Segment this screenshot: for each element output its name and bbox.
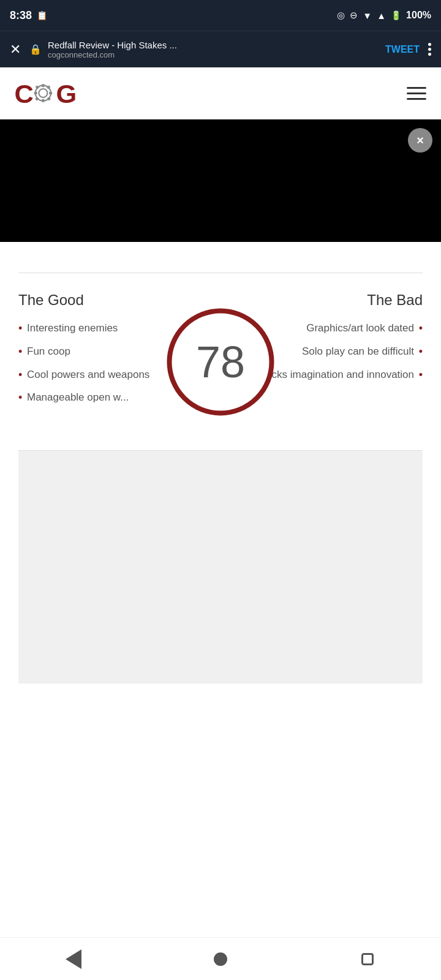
svg-text:C: C: [15, 79, 34, 108]
svg-rect-4: [42, 99, 44, 102]
svg-text:G: G: [56, 79, 77, 108]
status-time: 8:38 📋: [10, 9, 47, 22]
nav-home-button[interactable]: [202, 941, 239, 978]
back-icon: [66, 949, 81, 969]
lock-icon: 🔒: [29, 43, 42, 55]
browser-domain: cogconnected.com: [48, 50, 379, 59]
location-icon: ◎: [337, 10, 345, 21]
spacer: [0, 242, 441, 273]
site-header: C G: [0, 67, 441, 119]
svg-point-2: [39, 89, 47, 97]
recent-icon: [361, 953, 374, 965]
hamburger-menu-button[interactable]: [404, 85, 429, 102]
score-circle-container: 78: [167, 308, 274, 415]
wifi-icon: ▼: [363, 10, 372, 21]
close-icon: ×: [417, 134, 424, 148]
svg-rect-6: [34, 92, 37, 94]
nav-back-button[interactable]: [55, 941, 92, 978]
browser-close-button[interactable]: ✕: [7, 39, 23, 60]
browser-more-button[interactable]: [426, 40, 434, 58]
ad-banner: ×: [0, 119, 441, 242]
nav-recent-button[interactable]: [349, 941, 386, 978]
svg-rect-8: [35, 97, 39, 100]
cog-connected-logo: C G: [12, 75, 98, 111]
status-bar: 8:38 📋 ◎ ⊖ ▼ ▲ 🔋 100%: [0, 0, 441, 31]
bottom-ad-area: [18, 451, 423, 684]
svg-rect-10: [36, 85, 39, 89]
tweet-button[interactable]: TWEET: [385, 44, 420, 55]
battery-icon: 🔋: [391, 10, 401, 20]
svg-rect-5: [49, 92, 52, 94]
status-icons: ◎ ⊖ ▼ ▲ 🔋 100%: [337, 10, 431, 21]
sim-icon: 📋: [37, 10, 47, 20]
home-icon: [214, 952, 227, 966]
signal-icon: ▲: [377, 10, 386, 21]
score-circle: 78: [167, 308, 274, 415]
minus-circle-icon: ⊖: [350, 10, 358, 21]
browser-bar: ✕ 🔒 Redfall Review - High Stakes ... cog…: [0, 31, 441, 67]
browser-url-block[interactable]: Redfall Review - High Stakes ... cogconn…: [48, 40, 379, 59]
bad-title: The Bad: [233, 292, 423, 309]
bottom-navigation: [0, 937, 441, 980]
ad-close-button[interactable]: ×: [408, 128, 432, 153]
svg-rect-3: [42, 84, 44, 87]
time-display: 8:38: [10, 9, 32, 22]
battery-percent: 100%: [406, 10, 431, 21]
browser-title: Redfall Review - High Stakes ...: [48, 40, 379, 50]
review-score: 78: [196, 340, 245, 384]
good-title: The Good: [18, 292, 208, 309]
review-section: 78 The Good Interesting enemies Fun coop…: [0, 273, 441, 450]
site-logo[interactable]: C G: [12, 75, 98, 111]
